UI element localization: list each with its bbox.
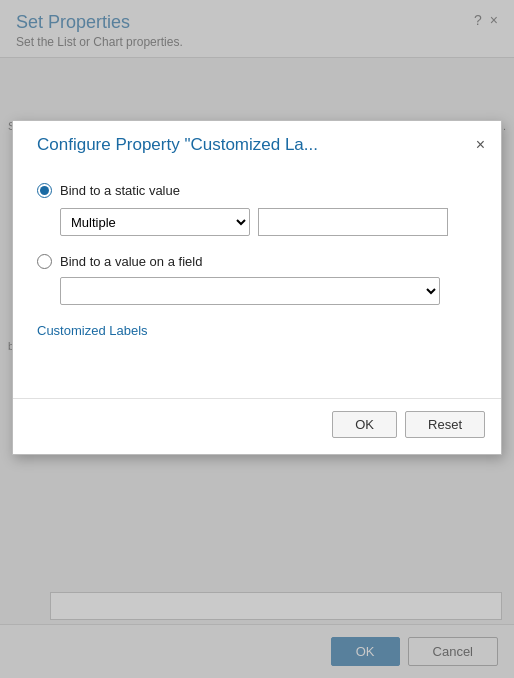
field-option-row: Bind to a value on a field	[37, 254, 477, 269]
ok-button[interactable]: OK	[332, 411, 397, 438]
customized-labels-link[interactable]: Customized Labels	[37, 323, 148, 338]
modal-title: Configure Property "Customized La...	[37, 135, 318, 155]
static-value-label: Bind to a static value	[60, 183, 180, 198]
field-select-row	[60, 277, 477, 305]
field-value-label: Bind to a value on a field	[60, 254, 202, 269]
multiple-select[interactable]: Multiple Single None	[60, 208, 250, 236]
static-value-option-row: Bind to a static value	[37, 183, 477, 198]
static-value-controls: Multiple Single None	[60, 208, 477, 236]
modal-close-icon[interactable]: ×	[476, 137, 485, 153]
reset-button[interactable]: Reset	[405, 411, 485, 438]
field-value-radio[interactable]	[37, 254, 52, 269]
static-value-radio[interactable]	[37, 183, 52, 198]
modal-footer: OK Reset	[13, 398, 501, 454]
static-value-input[interactable]	[258, 208, 448, 236]
modal-body: Bind to a static value Multiple Single N…	[13, 167, 501, 398]
modal-dialog: Configure Property "Customized La... × B…	[12, 120, 502, 455]
field-select[interactable]	[60, 277, 440, 305]
modal-header: Configure Property "Customized La... ×	[13, 121, 501, 167]
